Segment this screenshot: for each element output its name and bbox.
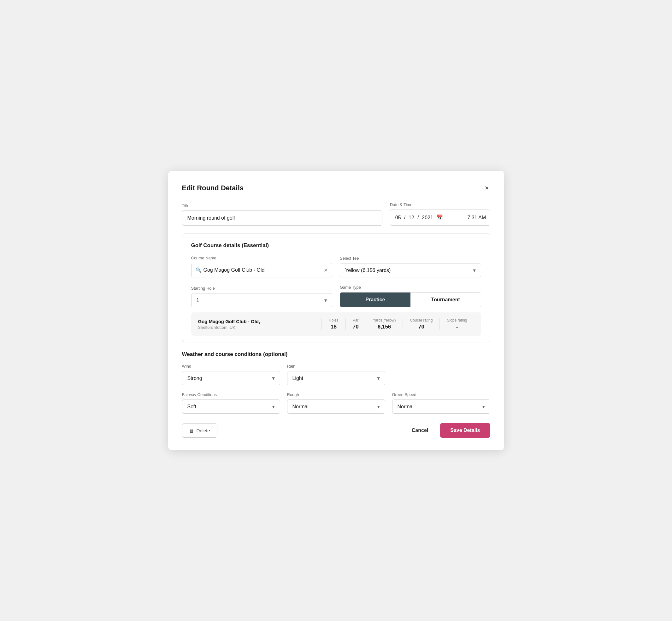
date-sep2: / [417,215,419,220]
fairway-select[interactable]: DryNormal SoftWet [182,400,280,414]
par-value: 70 [353,324,359,330]
yards-value: 6,156 [378,324,391,330]
title-label: Title [182,203,382,208]
yards-label: Yards(Yellow) [373,318,396,323]
rain-select-wrapper: NoneLight ModerateHeavy ▼ [287,371,385,385]
slope-rating-label: Slope rating [447,318,467,323]
holes-label: Holes [329,318,339,323]
course-tee-row: Course Name 🔍 ✕ Select Tee Yellow (6,156… [191,256,481,277]
green-speed-group: Green Speed SlowNormal FastVery Fast ▼ [392,392,490,414]
game-type-group: Game Type Practice Tournament [340,285,481,307]
title-group: Title [182,203,382,225]
fairway-group: Fairway Conditions DryNormal SoftWet ▼ [182,392,280,414]
datetime-label: Date & Time [390,202,490,207]
course-stat-par: Par 70 [345,318,366,330]
wind-select-wrapper: CalmLightModerate StrongVery Strong ▼ [182,371,280,385]
save-button[interactable]: Save Details [440,423,490,438]
weather-section: Weather and course conditions (optional)… [182,351,490,414]
course-search-wrapper: 🔍 ✕ [191,263,333,277]
cancel-button[interactable]: Cancel [406,423,434,437]
tee-select-wrapper: Yellow (6,156 yards) White Red Blue ▼ [340,263,481,277]
course-info-bar: Gog Magog Golf Club - Old, Shelford Bott… [191,313,481,336]
trash-icon: 🗑 [189,428,194,433]
course-full-name: Gog Magog Golf Club - Old, [198,319,322,324]
fairway-label: Fairway Conditions [182,392,280,397]
course-location: Shelford Bottom, UK [198,325,322,330]
course-stat-holes: Holes 18 [322,318,345,330]
course-section-title: Golf Course details (Essential) [191,242,481,249]
course-rating-label: Course rating [410,318,432,323]
tournament-button[interactable]: Tournament [411,292,481,307]
slope-rating-value: - [456,324,458,330]
tee-select[interactable]: Yellow (6,156 yards) White Red Blue [340,263,481,277]
weather-section-title: Weather and course conditions (optional) [182,351,490,358]
wind-select[interactable]: CalmLightModerate StrongVery Strong [182,371,280,385]
date-sep1: / [404,215,406,220]
par-label: Par [353,318,359,323]
course-section: Golf Course details (Essential) Course N… [182,233,490,342]
starting-hole-select[interactable]: 1234 5678 910 [191,293,333,307]
game-type-toggle: Practice Tournament [340,292,481,307]
footer-right: Cancel Save Details [406,423,490,438]
practice-button[interactable]: Practice [340,292,411,307]
rain-label: Rain [287,364,385,369]
delete-button[interactable]: 🗑 Delete [182,423,217,438]
green-speed-select-wrapper: SlowNormal FastVery Fast ▼ [392,400,490,414]
hole-gametype-row: Starting Hole 1234 5678 910 ▼ Game Type … [191,285,481,307]
course-name-label: Course Name [191,256,333,260]
course-stat-slope: Slope rating - [439,318,474,330]
date-time-control: 05 / 12 / 2021 📅 7:31 AM [390,210,490,225]
starting-hole-label: Starting Hole [191,286,333,291]
date-day: 12 [409,215,414,220]
date-month: 05 [395,215,401,220]
clear-icon[interactable]: ✕ [324,267,328,273]
title-input[interactable] [182,210,382,225]
fairway-select-wrapper: DryNormal SoftWet ▼ [182,400,280,414]
modal-header: Edit Round Details × [182,183,490,193]
select-tee-group: Select Tee Yellow (6,156 yards) White Re… [340,256,481,277]
course-rating-value: 70 [418,324,424,330]
fairway-rough-green-row: Fairway Conditions DryNormal SoftWet ▼ R… [182,392,490,414]
rough-group: Rough ShortNormalLong ▼ [287,392,385,414]
calendar-icon[interactable]: 📅 [436,214,443,221]
starting-hole-group: Starting Hole 1234 5678 910 ▼ [191,286,333,307]
holes-value: 18 [331,324,337,330]
select-tee-label: Select Tee [340,256,481,261]
wind-label: Wind [182,364,280,369]
course-stat-rating: Course rating 70 [403,318,439,330]
wind-rain-row: Wind CalmLightModerate StrongVery Strong… [182,364,490,385]
course-name-input[interactable] [191,263,333,277]
course-name-group: Course Name 🔍 ✕ [191,256,333,277]
game-type-label: Game Type [340,285,481,290]
date-input[interactable]: 05 / 12 / 2021 📅 [390,210,448,225]
footer-row: 🗑 Delete Cancel Save Details [182,423,490,438]
rain-select[interactable]: NoneLight ModerateHeavy [287,371,385,385]
rain-group: Rain NoneLight ModerateHeavy ▼ [287,364,385,385]
time-value: 7:31 AM [468,215,486,220]
modal-title: Edit Round Details [182,184,244,192]
title-datetime-row: Title Date & Time 05 / 12 / 2021 📅 7:31 … [182,202,490,225]
course-stat-yards: Yards(Yellow) 6,156 [366,318,403,330]
edit-round-modal: Edit Round Details × Title Date & Time 0… [168,171,504,450]
course-info-name: Gog Magog Golf Club - Old, Shelford Bott… [198,319,322,330]
wind-group: Wind CalmLightModerate StrongVery Strong… [182,364,280,385]
close-button[interactable]: × [484,183,490,193]
rough-select-wrapper: ShortNormalLong ▼ [287,400,385,414]
search-icon: 🔍 [196,267,202,273]
rough-select[interactable]: ShortNormalLong [287,400,385,414]
green-speed-select[interactable]: SlowNormal FastVery Fast [392,400,490,414]
date-year: 2021 [422,215,433,220]
time-input[interactable]: 7:31 AM [448,210,490,225]
rough-label: Rough [287,392,385,397]
datetime-group: Date & Time 05 / 12 / 2021 📅 7:31 AM [390,202,490,225]
green-speed-label: Green Speed [392,392,490,397]
delete-label: Delete [197,428,210,433]
hole-select-wrapper: 1234 5678 910 ▼ [191,293,333,307]
